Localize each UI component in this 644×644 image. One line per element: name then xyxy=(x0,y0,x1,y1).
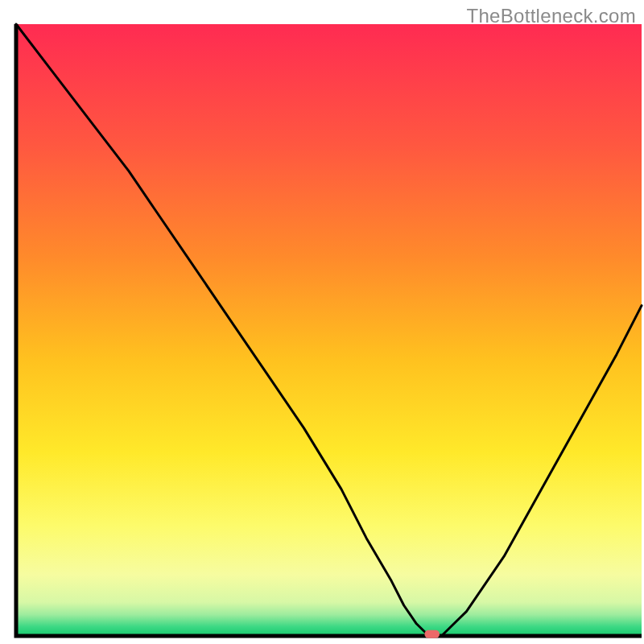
chart-background xyxy=(16,24,642,636)
optimal-marker xyxy=(424,630,440,638)
chart-svg xyxy=(0,0,644,644)
chart-container: TheBottleneck.com xyxy=(0,0,644,644)
